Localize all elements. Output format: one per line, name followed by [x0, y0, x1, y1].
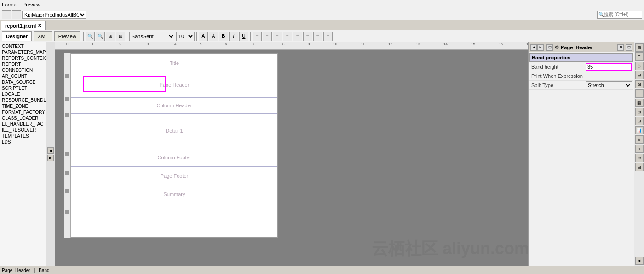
icon-bar-btn-10[interactable]: 📊 [635, 126, 644, 134]
tab-preview[interactable]: Preview [54, 31, 80, 41]
tb-btn-1[interactable] [2, 10, 11, 19]
param-ar-count[interactable]: AR_COUNT [1, 73, 45, 79]
param-locale[interactable]: LOCALE [1, 91, 45, 97]
icon-bar-btn-11[interactable]: ◈ [635, 135, 644, 144]
param-resource-bundle[interactable]: RESOURCE_BUNDLE [1, 97, 45, 103]
icon-bar-btn-2[interactable]: T [635, 52, 644, 61]
font-size-select[interactable]: 10 [176, 32, 195, 41]
band-handle-3[interactable] [65, 113, 69, 117]
h-ruler: 0 1 2 3 4 5 6 7 8 9 10 11 12 13 14 15 16 [55, 42, 528, 50]
underline-btn[interactable]: U [239, 32, 248, 41]
band-handle-4[interactable] [65, 152, 69, 156]
menu-preview[interactable]: Preview [23, 2, 40, 7]
indent-btn[interactable]: ≡ [293, 32, 302, 41]
band-column-footer-label: Column Footer [158, 155, 191, 160]
prop-value-split-type[interactable]: Stretch Prevent Immediate [585, 81, 633, 89]
justify-btn[interactable]: ≡ [283, 32, 292, 41]
band-page-header[interactable]: Page Header [71, 72, 277, 98]
icon-bar-btn-12[interactable]: ▷ [635, 145, 644, 153]
param-connection[interactable]: CONNECTION [1, 67, 45, 73]
sidebar-expand-btn[interactable]: ► [47, 155, 54, 161]
italic-btn[interactable]: I [229, 32, 238, 41]
tab-xml[interactable]: XML [34, 31, 52, 41]
menu-format[interactable]: Format [2, 2, 18, 7]
param-ile-resolver[interactable]: ILE_RESOLVER [1, 127, 45, 133]
param-report[interactable]: REPORT [1, 61, 45, 67]
outdent-btn[interactable]: ≡ [303, 32, 312, 41]
icon-bar-btn-4[interactable]: ⊟ [635, 71, 644, 79]
param-templates[interactable]: TEMPLATES [1, 133, 45, 139]
grid-btn[interactable]: ⊞ [116, 32, 125, 41]
param-reports-context[interactable]: REPORTS_CONTEXT [1, 55, 45, 61]
panel-close-btn[interactable]: ✕ [617, 44, 624, 51]
param-parameters-map[interactable]: PARAMETERS_MAP [1, 49, 45, 55]
icon-bar-btn-5[interactable]: ⊠ [635, 80, 644, 88]
bold-btn[interactable]: B [219, 32, 228, 41]
band-column-footer: Column Footer [71, 148, 277, 167]
icon-bar-btn-6[interactable]: | [635, 89, 644, 98]
tb-btn-2[interactable] [12, 10, 21, 19]
status-bar: Page_Header | Band [0, 266, 644, 274]
split-type-select[interactable]: Stretch Prevent Immediate [586, 81, 632, 89]
align-left-icon[interactable]: A [199, 32, 208, 41]
properties-panel-content: Band properties Band height 35 Print Whe… [529, 52, 634, 266]
band-handle-2[interactable] [65, 97, 69, 101]
parameters-sidebar: CONTEXT PARAMETERS_MAP REPORTS_CONTEXT R… [0, 42, 46, 266]
icon-bar-btn-3[interactable]: ◇ [635, 62, 644, 70]
zoom-out-btn[interactable]: 🔍 [96, 32, 105, 41]
tab-designer[interactable]: Designer [2, 31, 32, 41]
band-handle-5[interactable] [65, 171, 69, 175]
band-height-input[interactable]: 35 [586, 63, 632, 71]
icon-bar-btn-7[interactable]: ▦ [635, 99, 644, 107]
icon-bar-btn-14[interactable]: ⊞ [635, 163, 644, 171]
search-icon: 🔍 [598, 12, 604, 17]
sidebar-collapse-btn[interactable]: ◄ [47, 147, 54, 154]
prop-value-band-height[interactable]: 35 [585, 63, 633, 71]
zoom-fit-btn[interactable]: ⊞ [106, 32, 115, 41]
param-lds[interactable]: LDS [1, 139, 45, 145]
panel-detach-btn[interactable]: ⊞ [626, 44, 632, 51]
param-format-factory[interactable]: FORMAT_FACTORY [1, 109, 45, 115]
panel-prev-btn[interactable]: ◄ [530, 44, 537, 51]
align-left-btn[interactable]: ≡ [253, 32, 262, 41]
icon-bar-btn-9[interactable]: ⊡ [635, 117, 644, 125]
param-context[interactable]: CONTEXT [1, 43, 45, 49]
icon-bar-btn-1[interactable]: ⊞ [635, 43, 644, 52]
doc-tab-report1[interactable]: report1.jrxml ✕ [1, 21, 46, 30]
align-center-btn[interactable]: ≡ [263, 32, 272, 41]
project-dropdown[interactable]: KpiMajorProdIndusAllBOFactory [22, 11, 86, 19]
param-class-loader[interactable]: CLASS_LOADER [1, 115, 45, 121]
prop-group-band[interactable]: Band properties [529, 53, 633, 62]
prop-label-split-type: Split Type [529, 82, 585, 88]
band-page-footer: Page Footer [71, 167, 277, 185]
status-sep-1: | [34, 268, 35, 273]
canvas-area[interactable]: 0 1 2 3 4 5 6 7 8 9 10 11 12 13 14 15 16 [55, 42, 528, 266]
doc-tab-label: report1.jrxml [5, 23, 36, 29]
band-title-label: Title [170, 60, 179, 66]
editor-toolbar: Designer XML Preview 🔍 🔍 ⊞ ⊞ SansSerif 1… [0, 30, 644, 42]
band-handle-6[interactable] [65, 189, 69, 193]
zoom-in-btn[interactable]: 🔍 [86, 32, 95, 41]
icon-bar-collapse[interactable]: ◄ [635, 257, 644, 265]
param-time-zone[interactable]: TIME_ZONE [1, 103, 45, 109]
extra-btn[interactable]: ≡ [323, 32, 333, 41]
panel-next-btn[interactable]: ► [537, 44, 544, 51]
icon-bar-btn-8[interactable]: ⊞ [635, 108, 644, 116]
properties-panel-header: ◄ ► ⊞ ⚙ Page_Header ✕ ⊞ [529, 42, 634, 52]
band-handle-1[interactable] [65, 74, 69, 78]
search-input[interactable] [604, 12, 641, 17]
page-header-selection-box[interactable] [83, 76, 166, 92]
param-data-source[interactable]: DATA_SOURCE [1, 79, 45, 85]
align-center-icon[interactable]: A [209, 32, 218, 41]
panel-refresh-btn[interactable]: ⊞ [546, 44, 553, 51]
band-handle-7[interactable] [65, 210, 69, 214]
doc-tab-close[interactable]: ✕ [38, 23, 41, 28]
more-btn[interactable]: ≡ [313, 32, 322, 41]
align-right-btn[interactable]: ≡ [273, 32, 282, 41]
status-item-2: Band [39, 268, 49, 273]
prop-row-band-height: Band height 35 [529, 62, 633, 71]
param-scriptlet[interactable]: SCRIPTLET [1, 85, 45, 91]
param-el-handler[interactable]: EL_HANDLER_FACTORY [1, 121, 45, 127]
icon-bar-btn-13[interactable]: ⊕ [635, 154, 644, 162]
font-family-select[interactable]: SansSerif [129, 32, 175, 41]
